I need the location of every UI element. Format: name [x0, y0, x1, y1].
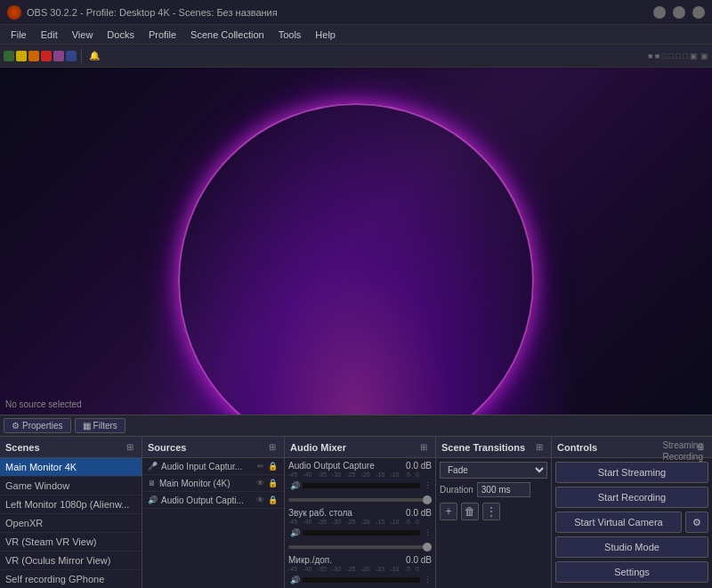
audio-item-output-capture: Audio Output Capture 0.0 dB -45-40-35-30…	[287, 460, 433, 503]
start-recording-button[interactable]: Start Recording	[555, 487, 708, 508]
menu-docks[interactable]: Docks	[100, 28, 142, 42]
source-item-audio-output[interactable]: 🔊 Audio Output Capti... 👁 🔒	[142, 492, 284, 509]
window-title: OBS 30.2.2 - Profile: Desktop 4K - Scene…	[27, 7, 653, 18]
filters-label: Filters	[93, 421, 117, 431]
source-audio-output-actions: 👁 🔒	[255, 495, 279, 505]
menu-profile[interactable]: Profile	[142, 28, 183, 42]
audio-output-capture-slider[interactable]	[288, 498, 432, 502]
audio-output-capture-db: 0.0 dB	[406, 461, 432, 471]
virtual-camera-settings-button[interactable]: ⚙	[685, 511, 708, 533]
audio-mixer-panel: Audio Mixer ⊞ Audio Output Capture 0.0 d…	[285, 437, 436, 588]
toolbar-btn-1[interactable]	[4, 51, 14, 61]
properties-button[interactable]: ⚙ Properties	[4, 418, 71, 433]
toolbar-scene-filter[interactable]: 🔔	[86, 48, 102, 64]
duration-label: Duration	[440, 485, 473, 495]
transitions-content: Fade Cut Swipe Slide Duration + 🗑 ⋮	[436, 458, 551, 588]
filters-button[interactable]: ▦ Filters	[75, 418, 125, 433]
audio-mic-mute-btn[interactable]: 🔊	[288, 574, 301, 586]
toolbar-status-text: ■ ■ □ □ □ □ ▣ ▣	[648, 52, 708, 60]
audio-desktop-settings[interactable]: ⋮	[424, 528, 432, 537]
preview-area[interactable]: No source selected	[0, 68, 712, 415]
menu-view[interactable]: View	[65, 28, 101, 42]
minimize-button[interactable]: −	[653, 6, 666, 19]
source-audio-output-lock-icon[interactable]: 🔒	[267, 495, 279, 505]
scene-item-self-recording[interactable]: Self recording GPhone came...	[0, 570, 142, 588]
scenes-panel: Scenes ⊞ Main Monitor 4K Game Window Lef…	[0, 437, 142, 588]
toolbar-separator	[81, 49, 82, 63]
source-audio-input-actions: ✏ 🔒	[256, 461, 279, 471]
source-audio-output-label: Audio Output Capti...	[161, 495, 252, 505]
gear-icon: ⚙	[692, 517, 701, 528]
transition-remove-button[interactable]: 🗑	[461, 503, 479, 520]
menu-file[interactable]: File	[4, 28, 34, 42]
transitions-options-icon[interactable]: ⊞	[533, 441, 546, 454]
start-streaming-button[interactable]: Start Streaming	[555, 462, 708, 483]
audio-output-capture-mute-btn[interactable]: 🔊	[288, 479, 301, 492]
audio-mic-settings[interactable]: ⋮	[424, 576, 432, 584]
toolbar-btn-3[interactable]	[28, 51, 39, 61]
source-main-monitor-lock-icon[interactable]: 🔒	[267, 478, 279, 488]
menu-tools[interactable]: Tools	[271, 28, 309, 42]
maximize-button[interactable]: □	[673, 6, 685, 19]
menu-help[interactable]: Help	[308, 28, 343, 42]
transition-add-button[interactable]: +	[440, 503, 457, 520]
transition-options-icon: ⋮	[486, 505, 497, 518]
source-mic-icon: 🎤	[148, 462, 158, 471]
transitions-title: Scene Transitions	[441, 442, 533, 453]
menubar: File Edit View Docks Profile Scene Colle…	[0, 25, 712, 44]
scenes-options-icon[interactable]: ⊞	[124, 441, 136, 454]
start-recording-label: Start Recording	[598, 492, 666, 503]
audio-desktop-name: Звук раб. стола	[288, 508, 352, 518]
audio-output-capture-settings[interactable]: ⋮	[424, 481, 432, 490]
duration-input[interactable]	[477, 482, 530, 497]
audio-mic-controls: 🔊 ⋮	[287, 573, 433, 587]
scene-item-openxr[interactable]: OpenXR	[0, 514, 142, 533]
source-speaker-icon: 🔊	[148, 495, 158, 504]
scene-item-game-window[interactable]: Game Window	[0, 477, 142, 495]
source-audio-input-lock-icon[interactable]: 🔒	[267, 461, 279, 471]
controls-panel: Controls ⊞ Start Streaming Start Recordi…	[552, 437, 712, 588]
menu-edit[interactable]: Edit	[34, 28, 65, 42]
properties-label: Properties	[22, 421, 63, 431]
sources-list: 🎤 Audio Input Captur... ✏ 🔒 🖥 Main Monit…	[142, 458, 284, 588]
scene-item-left-monitor[interactable]: Left Monitor 1080p (Alienw...	[0, 495, 142, 514]
toolbar-right: ■ ■ □ □ □ □ ▣ ▣	[648, 52, 708, 60]
titlebar: OBS 30.2.2 - Profile: Desktop 4K - Scene…	[0, 0, 712, 25]
toolbar-btn-6[interactable]	[66, 51, 77, 61]
scene-item-vr-steam[interactable]: VR (Steam VR View)	[0, 533, 142, 552]
sources-header: Sources ⊞	[142, 437, 284, 458]
source-main-monitor-eye-icon[interactable]: 👁	[255, 478, 265, 488]
audio-mic-name: Микр./доп.	[288, 555, 332, 565]
transition-options-button[interactable]: ⋮	[482, 503, 500, 520]
source-audio-input-edit-icon[interactable]: ✏	[256, 461, 265, 471]
source-main-monitor-actions: 👁 🔒	[255, 478, 279, 488]
app-icon	[7, 5, 21, 20]
settings-label: Settings	[614, 567, 650, 577]
menu-scene-collection[interactable]: Scene Collection	[183, 28, 271, 42]
audio-desktop-slider[interactable]	[288, 545, 432, 549]
scenes-list: Main Monitor 4K Game Window Left Monitor…	[0, 458, 142, 588]
sources-options-icon[interactable]: ⊞	[266, 441, 279, 454]
studio-mode-label: Studio Mode	[604, 542, 659, 552]
close-button[interactable]: ×	[692, 6, 705, 19]
audio-item-mic: Микр./доп. 0.0 dB -45-40-35-30-25-20-15-…	[287, 554, 433, 588]
scene-item-vr-oculus[interactable]: VR (Oculus Mirror View)	[0, 552, 142, 570]
scene-item-main-monitor[interactable]: Main Monitor 4K	[0, 458, 142, 477]
source-audio-output-eye-icon[interactable]: 👁	[255, 495, 265, 505]
source-item-main-monitor[interactable]: 🖥 Main Monitor (4K) 👁 🔒	[142, 475, 284, 492]
start-virtual-camera-button[interactable]: Start Virtual Camera	[555, 511, 682, 533]
source-item-audio-input[interactable]: 🎤 Audio Input Captur... ✏ 🔒	[142, 458, 284, 475]
toolbar-btn-2[interactable]	[16, 51, 27, 61]
studio-mode-button[interactable]: Studio Mode	[555, 536, 708, 558]
start-virtual-camera-label: Start Virtual Camera	[574, 517, 662, 528]
sources-title: Sources	[148, 442, 266, 453]
toolbar-btn-5[interactable]	[53, 51, 64, 61]
audio-mixer-options-icon[interactable]: ⊞	[417, 441, 430, 454]
audio-desktop-mute-btn[interactable]: 🔊	[288, 527, 301, 539]
duration-row: Duration	[440, 482, 547, 497]
transition-type-select[interactable]: Fade Cut Swipe Slide	[440, 462, 547, 479]
controls-content: Start Streaming Start Recording Start Vi…	[552, 458, 712, 588]
toolbar-btn-4[interactable]	[41, 51, 52, 61]
source-monitor-icon: 🖥	[148, 479, 156, 487]
settings-button[interactable]: Settings	[555, 561, 708, 583]
